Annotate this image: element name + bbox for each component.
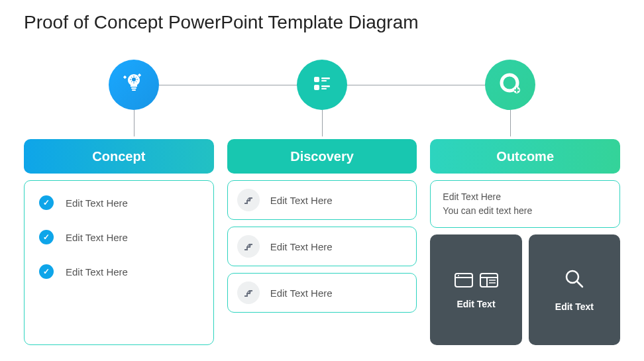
concept-circle <box>109 60 159 110</box>
list-item: Edit Text Here <box>227 273 417 313</box>
list-item: ✓ Edit Text Here <box>39 264 199 279</box>
step-circles <box>0 60 644 113</box>
outcome-line1: Edit Text Here <box>443 190 608 204</box>
card-label: Edit Text <box>456 299 495 309</box>
outcome-card-windows: Edit Text <box>430 234 521 345</box>
item-label: Edit Text Here <box>66 232 128 243</box>
item-label: Edit Text Here <box>270 287 333 299</box>
item-label: Edit Text Here <box>66 266 128 278</box>
magnify-plus-icon <box>496 70 524 100</box>
item-label: Edit Text Here <box>270 195 333 206</box>
list-item: Edit Text Here <box>227 180 417 220</box>
outcome-card-search: Edit Text <box>529 234 620 345</box>
outcome-column: Outcome Edit Text Here You can edit text… <box>430 139 620 345</box>
windows-icon <box>454 271 499 289</box>
svg-rect-0 <box>131 87 136 89</box>
outcome-circle <box>485 60 535 110</box>
outcome-cards: Edit Text Edit Text <box>430 234 620 345</box>
list-icon <box>310 72 334 98</box>
item-label: Edit Text Here <box>270 241 333 252</box>
outcome-text-box: Edit Text Here You can edit text here <box>430 180 620 228</box>
concept-body: ✓ Edit Text Here ✓ Edit Text Here ✓ Edit… <box>24 180 214 345</box>
check-icon: ✓ <box>39 264 54 279</box>
stairs-icon <box>237 282 260 304</box>
list-item: ✓ Edit Text Here <box>39 230 199 244</box>
outcome-header: Outcome <box>430 139 620 174</box>
svg-point-15 <box>458 275 459 276</box>
slide-title: Proof of Concept PowerPoint Template Dia… <box>0 0 644 33</box>
svg-rect-9 <box>321 85 330 87</box>
svg-rect-10 <box>321 88 327 89</box>
list-item: ✓ Edit Text Here <box>39 195 199 210</box>
discovery-body: Edit Text Here Edit Text Here Edit Text … <box>227 180 417 345</box>
stairs-icon <box>237 189 260 211</box>
svg-rect-1 <box>132 89 136 91</box>
svg-line-22 <box>577 282 582 287</box>
lightbulb-gear-icon <box>121 70 147 99</box>
svg-rect-13 <box>455 274 472 287</box>
list-item: Edit Text Here <box>227 227 417 266</box>
svg-rect-5 <box>314 77 319 82</box>
discovery-circle <box>297 60 347 110</box>
check-icon: ✓ <box>39 230 54 244</box>
card-label: Edit Text <box>555 301 594 312</box>
search-icon <box>563 268 586 292</box>
outcome-line2: You can edit text here <box>443 204 608 218</box>
columns-container: Concept ✓ Edit Text Here ✓ Edit Text Her… <box>24 139 620 345</box>
concept-header: Concept <box>24 139 214 174</box>
svg-rect-7 <box>321 77 330 79</box>
check-icon: ✓ <box>39 195 54 210</box>
discovery-column: Discovery Edit Text Here Edit Text Here … <box>227 139 417 345</box>
discovery-header: Discovery <box>227 139 417 174</box>
stairs-icon <box>237 235 260 258</box>
svg-rect-8 <box>321 80 327 81</box>
svg-rect-6 <box>314 85 319 90</box>
item-label: Edit Text Here <box>66 197 128 209</box>
concept-column: Concept ✓ Edit Text Here ✓ Edit Text Her… <box>24 139 214 345</box>
svg-point-2 <box>132 77 136 81</box>
